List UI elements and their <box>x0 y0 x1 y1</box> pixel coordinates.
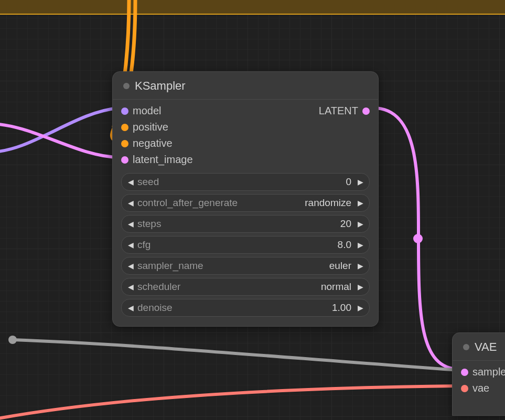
param-scheduler[interactable]: ◀ scheduler normal ▶ <box>121 278 370 296</box>
port-label: negative <box>133 137 173 149</box>
input-port-negative[interactable]: negative <box>121 137 193 149</box>
decrement-button[interactable]: ◀ <box>125 241 136 249</box>
param-cfg[interactable]: ◀ cfg 8.0 ▶ <box>121 236 370 254</box>
increment-button[interactable]: ▶ <box>354 241 366 249</box>
param-denoise[interactable]: ◀ denoise 1.00 ▶ <box>121 299 370 317</box>
port-label: vae <box>472 382 489 394</box>
param-value[interactable]: euler <box>203 260 351 272</box>
increment-button[interactable]: ▶ <box>354 220 366 228</box>
param-value[interactable]: 0 <box>159 176 351 188</box>
increment-button[interactable]: ▶ <box>354 199 366 207</box>
input-port-latent-image[interactable]: latent_image <box>121 154 193 166</box>
param-label: steps <box>137 218 161 230</box>
port-dot-icon <box>121 107 128 115</box>
param-seed[interactable]: ◀ seed 0 ▶ <box>121 173 370 191</box>
param-label: scheduler <box>137 281 180 293</box>
node-vae-decode[interactable]: VAE samples vae <box>452 332 505 416</box>
param-label: control_after_generate <box>137 197 238 209</box>
port-label: model <box>133 105 161 117</box>
param-value[interactable]: 20 <box>161 218 351 230</box>
decrement-button[interactable]: ◀ <box>125 304 136 312</box>
decrement-button[interactable]: ◀ <box>125 178 136 186</box>
param-value[interactable]: randomize <box>238 197 351 209</box>
param-label: cfg <box>137 239 151 251</box>
decrement-button[interactable]: ◀ <box>125 199 136 207</box>
port-label: samples <box>472 366 505 378</box>
port-dot-icon <box>362 107 370 115</box>
param-control-after-generate[interactable]: ◀ control_after_generate randomize ▶ <box>121 194 370 212</box>
param-label: seed <box>137 176 159 188</box>
input-port-samples[interactable]: samples <box>461 366 505 378</box>
port-dot-icon <box>461 385 468 392</box>
port-dot-icon <box>121 124 128 131</box>
port-dot-icon <box>121 140 128 147</box>
node-status-dot <box>463 344 469 350</box>
increment-button[interactable]: ▶ <box>354 304 366 312</box>
decrement-button[interactable]: ◀ <box>125 220 136 228</box>
increment-button[interactable]: ▶ <box>354 262 366 270</box>
param-value[interactable]: 1.00 <box>173 302 351 314</box>
output-port-latent[interactable]: LATENT <box>319 105 370 117</box>
port-label: LATENT <box>319 105 358 117</box>
node-ksampler[interactable]: KSampler model positive negative la <box>112 71 379 327</box>
param-value[interactable]: normal <box>180 281 351 293</box>
decrement-button[interactable]: ◀ <box>125 262 136 270</box>
increment-button[interactable]: ▶ <box>354 178 366 186</box>
param-label: denoise <box>137 302 173 314</box>
param-label: sampler_name <box>137 260 203 272</box>
top-status-bar <box>0 0 505 15</box>
node-title: KSampler <box>135 79 186 93</box>
port-dot-icon <box>461 369 468 376</box>
input-port-model[interactable]: model <box>121 105 193 117</box>
node-status-dot <box>123 83 130 89</box>
node-header[interactable]: VAE <box>453 333 505 361</box>
increment-button[interactable]: ▶ <box>354 283 366 291</box>
loose-port-dot[interactable] <box>8 336 17 344</box>
node-title: VAE <box>475 340 497 354</box>
input-port-positive[interactable]: positive <box>121 121 193 133</box>
input-port-vae[interactable]: vae <box>461 382 505 394</box>
node-header[interactable]: KSampler <box>113 72 378 100</box>
param-steps[interactable]: ◀ steps 20 ▶ <box>121 215 370 233</box>
port-label: latent_image <box>133 154 193 166</box>
param-sampler-name[interactable]: ◀ sampler_name euler ▶ <box>121 257 370 275</box>
param-value[interactable]: 8.0 <box>151 239 351 251</box>
port-dot-icon <box>121 156 128 164</box>
port-label: positive <box>133 121 168 133</box>
decrement-button[interactable]: ◀ <box>125 283 136 291</box>
